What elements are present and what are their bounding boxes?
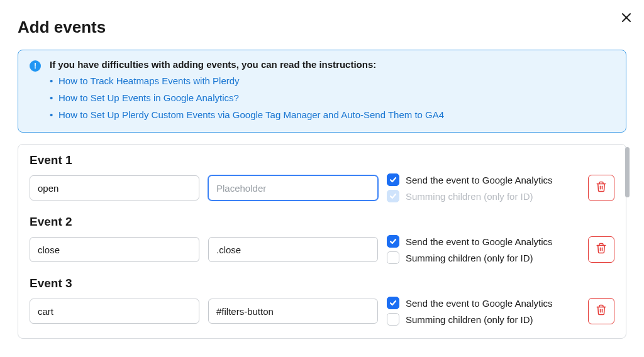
trash-icon [596,181,607,195]
event-row: Send the event to Google AnalyticsSummin… [30,297,614,326]
event-title: Event 2 [30,215,614,229]
event-row: Send the event to Google AnalyticsSummin… [30,173,614,202]
checkbox-row: Summing children (only for ID) [387,190,579,202]
send-ga-label: Send the event to Google Analytics [406,236,553,247]
add-events-modal: Add events ! If you have difficulties wi… [0,0,644,339]
event-selector-input[interactable] [208,237,378,262]
send-ga-label: Send the event to Google Analytics [406,298,553,309]
close-button[interactable] [619,10,634,25]
close-icon [621,13,631,23]
trash-icon [596,243,607,256]
delete-button[interactable] [588,175,614,201]
summing-checkbox[interactable] [387,251,399,264]
send-ga-checkbox[interactable] [387,235,399,248]
event-options: Send the event to Google AnalyticsSummin… [387,235,579,264]
event-block: Event 2Send the event to Google Analytic… [30,215,614,264]
event-name-input[interactable] [30,237,199,262]
info-link[interactable]: How to Set Up Events in Google Analytics… [58,92,239,103]
send-ga-checkbox[interactable] [387,297,399,309]
events-list-container: Event 1Send the event to Google Analytic… [18,144,626,339]
event-selector-input[interactable] [208,175,378,200]
info-content: If you have difficulties with adding eve… [50,59,614,123]
info-links-list: How to Track Heatmaps Events with Plerdy… [50,72,614,123]
summing-label: Summing children (only for ID) [406,191,533,202]
event-block: Event 1Send the event to Google Analytic… [30,153,614,202]
event-block: Event 3Send the event to Google Analytic… [30,277,614,326]
delete-button[interactable] [588,298,614,324]
send-ga-checkbox[interactable] [387,173,399,186]
event-row: Send the event to Google AnalyticsSummin… [30,235,614,264]
checkbox-row: Send the event to Google Analytics [387,173,579,186]
info-title: If you have difficulties with adding eve… [50,59,614,70]
info-icon: ! [30,60,41,72]
checkbox-row: Summing children (only for ID) [387,313,579,326]
event-selector-input[interactable] [208,299,378,324]
summing-checkbox[interactable] [387,313,399,326]
scrollbar[interactable] [625,147,630,197]
checkbox-row: Summing children (only for ID) [387,251,579,264]
checkbox-row: Send the event to Google Analytics [387,235,579,248]
info-link[interactable]: How to Set Up Plerdy Custom Events via G… [58,109,444,120]
trash-icon [596,304,607,318]
info-banner: ! If you have difficulties with adding e… [18,50,626,133]
info-link[interactable]: How to Track Heatmaps Events with Plerdy [58,75,240,86]
event-title: Event 3 [30,277,614,290]
event-name-input[interactable] [30,175,199,200]
event-options: Send the event to Google AnalyticsSummin… [387,297,579,326]
summing-label: Summing children (only for ID) [406,314,533,325]
checkbox-row: Send the event to Google Analytics [387,297,579,309]
event-title: Event 1 [30,153,614,167]
event-name-input[interactable] [30,299,199,324]
send-ga-label: Send the event to Google Analytics [406,175,553,185]
modal-title: Add events [18,18,626,37]
summing-label: Summing children (only for ID) [406,253,533,263]
delete-button[interactable] [588,236,614,263]
summing-checkbox [387,190,399,202]
event-options: Send the event to Google AnalyticsSummin… [387,173,579,202]
